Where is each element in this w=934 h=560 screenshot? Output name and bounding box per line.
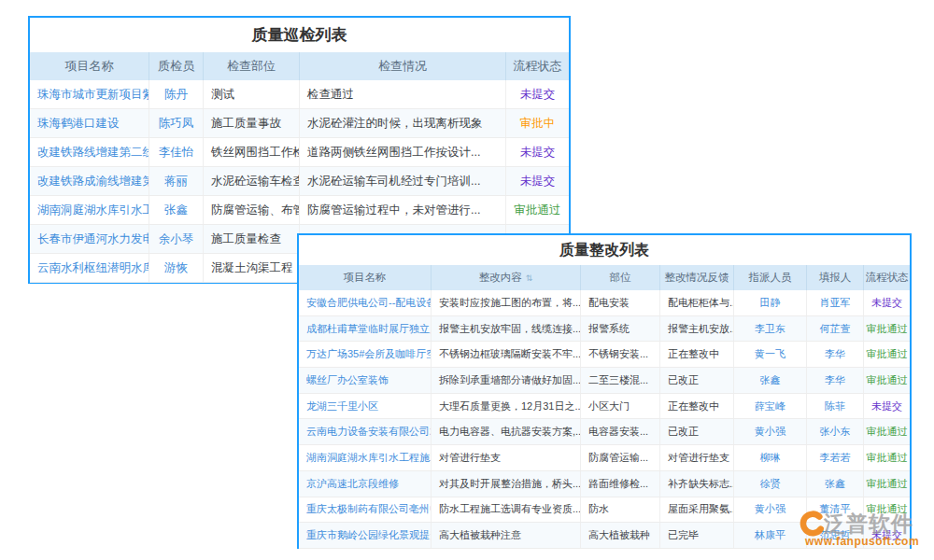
cell-part: 二至三楼混... — [581, 368, 660, 393]
cell-inspector[interactable]: 李佳怡 — [149, 138, 204, 166]
table-row: 改建铁路成渝线增建第...蒋丽水泥砼运输车检查水泥砼运输车司机经过专门培训...… — [30, 167, 569, 196]
table-row: 珠海市城市更新项目紫...陈丹测试检查通过未提交 — [30, 80, 569, 109]
table-row: 万达广场35#会所及咖啡厅空...不锈钢边框玻璃隔断安装不牢...不锈钢安装..… — [299, 342, 910, 368]
cell-content: 报警主机安放牢固，线缆连接... — [432, 316, 581, 342]
column-header-label: 质检员 — [158, 58, 194, 75]
cell-project[interactable]: 长春市伊通河水力发电... — [30, 225, 149, 253]
cell-feedback: 已改正 — [660, 368, 734, 393]
cell-assignee[interactable]: 李卫东 — [734, 316, 807, 342]
column-header-feedback: 整改情况反馈 — [660, 265, 734, 290]
cell-status: 审批通过 — [864, 471, 910, 497]
cell-situation: 水泥砼运输车司机经过专门培训... — [300, 167, 506, 195]
column-header-content[interactable]: 整改内容⇅ — [432, 265, 581, 290]
cell-inspector[interactable]: 陈丹 — [149, 80, 204, 108]
cell-part: 混凝土沟渠工程 — [204, 254, 300, 282]
table-row: 龙湖三千里小区大理石质量更换，12月31日之...小区大门正在整改中薛宝峰陈菲未… — [299, 394, 910, 420]
cell-project[interactable]: 珠海鹤港口建设 — [30, 109, 149, 137]
cell-reporter[interactable]: 何芷萱 — [807, 316, 864, 342]
sort-icon[interactable]: ⇅ — [526, 273, 533, 283]
cell-reporter[interactable]: 张小东 — [807, 419, 864, 444]
cell-status: 未提交 — [506, 167, 569, 195]
cell-project[interactable]: 云南电力设备安装有限公司20... — [299, 419, 432, 444]
cell-situation: 道路两侧铁丝网围挡工作按设计... — [300, 138, 506, 166]
cell-situation: 防腐管运输过程中，未对管进行... — [300, 196, 506, 224]
rectification-table-title: 质量整改列表 — [299, 235, 910, 265]
cell-inspector[interactable]: 张鑫 — [149, 196, 204, 224]
cell-feedback: 屋面采用聚氨... — [660, 497, 734, 523]
column-header-inspector: 质检员 — [149, 52, 204, 80]
column-header-label: 整改内容 — [479, 271, 522, 285]
cell-part: 高大植被栽种 — [581, 523, 660, 548]
cell-project[interactable]: 改建铁路线增建第二线... — [30, 138, 149, 166]
cell-feedback: 已完毕 — [660, 523, 734, 548]
cell-assignee[interactable]: 薛宝峰 — [734, 394, 807, 419]
table-row: 湖南洞庭湖水库引水工...张鑫防腐管运输、布管防腐管运输过程中，未对管进行...… — [30, 196, 569, 225]
cell-project[interactable]: 螺丝厂办公室装饰 — [299, 368, 432, 393]
cell-part: 铁丝网围挡工作检查 — [204, 138, 300, 166]
cell-reporter[interactable]: 李若若 — [807, 445, 864, 470]
column-header-reporter: 填报人 — [807, 265, 864, 290]
cell-project[interactable]: 成都杜甫草堂临时展厅独立展... — [299, 316, 432, 342]
cell-project[interactable]: 湖南洞庭湖水库引水工程施工I标 — [299, 445, 432, 470]
cell-situation: 水泥砼灌注的时候，出现离析现象 — [300, 109, 506, 137]
table-row: 成都杜甫草堂临时展厅独立展...报警主机安放牢固，线缆连接...报警系统报警主机… — [299, 316, 910, 343]
cell-situation: 检查通过 — [300, 80, 506, 108]
cell-status: 审批中 — [506, 109, 569, 137]
inspection-table-header: 项目名称质检员检查部位检查情况流程状态 — [30, 52, 569, 80]
cell-part: 防水 — [581, 497, 660, 523]
cell-part: 不锈钢安装... — [581, 342, 660, 367]
quality-rectification-panel: 质量整改列表 项目名称整改内容⇅部位整改情况反馈指派人员填报人流程状态 安徽合肥… — [297, 233, 912, 549]
cell-project[interactable]: 万达广场35#会所及咖啡厅空... — [299, 342, 432, 367]
cell-project[interactable]: 重庆市鹅岭公园绿化景观提升... — [299, 523, 432, 548]
cell-status: 审批通过 — [864, 445, 910, 470]
table-row: 改建铁路线增建第二线...李佳怡铁丝网围挡工作检查道路两侧铁丝网围挡工作按设计.… — [30, 138, 569, 167]
cell-feedback: 正在整改中 — [660, 342, 734, 367]
cell-content: 高大植被栽种注意 — [432, 523, 581, 548]
cell-project[interactable]: 湖南洞庭湖水库引水工... — [30, 196, 149, 224]
cell-inspector[interactable]: 余小琴 — [149, 225, 204, 253]
cell-inspector[interactable]: 游恢 — [149, 254, 204, 282]
column-header-label: 检查情况 — [378, 58, 427, 75]
fanpu-watermark: 泛普软件 www.fanpusoft.com — [798, 510, 934, 548]
cell-reporter[interactable]: 李华 — [807, 342, 864, 367]
cell-assignee[interactable]: 田静 — [734, 290, 807, 315]
cell-project[interactable]: 安徽合肥供电公司--配电设备... — [299, 290, 432, 315]
cell-inspector[interactable]: 陈巧凤 — [149, 109, 204, 137]
cell-feedback: 已改正 — [660, 419, 734, 444]
cell-content: 拆除到承重墙部分请做好加固... — [432, 368, 581, 393]
cell-reporter[interactable]: 李华 — [807, 368, 864, 393]
column-header-label: 整改情况反馈 — [665, 271, 729, 285]
cell-assignee[interactable]: 徐贤 — [734, 471, 807, 497]
cell-assignee[interactable]: 张鑫 — [734, 368, 807, 393]
cell-assignee[interactable]: 林康平 — [734, 523, 807, 548]
cell-status: 未提交 — [506, 138, 569, 166]
column-header-label: 填报人 — [819, 271, 852, 285]
cell-content: 对其及时开展整治措施，桥头... — [432, 471, 581, 497]
cell-content: 大理石质量更换，12月31日之... — [432, 394, 581, 419]
cell-status: 审批通过 — [864, 419, 910, 444]
cell-project[interactable]: 京沪高速北京段维修 — [299, 471, 432, 497]
cell-assignee[interactable]: 柳琳 — [734, 445, 807, 470]
cell-reporter[interactable]: 肖亚军 — [807, 290, 864, 315]
cell-project[interactable]: 重庆太极制药有限公司亳州中... — [299, 497, 432, 523]
cell-feedback: 正在整改中 — [660, 394, 734, 419]
cell-project[interactable]: 云南水利枢纽潜明水库... — [30, 254, 149, 282]
column-header-label: 指派人员 — [749, 271, 792, 285]
column-header-project: 项目名称 — [30, 52, 149, 80]
cell-reporter[interactable]: 陈菲 — [807, 394, 864, 419]
cell-part: 水泥砼运输车检查 — [204, 167, 300, 195]
cell-assignee[interactable]: 黄小强 — [734, 419, 807, 444]
cell-assignee[interactable]: 黄一飞 — [734, 342, 807, 367]
column-header-status: 流程状态 — [506, 52, 569, 80]
cell-assignee[interactable]: 黄小强 — [734, 497, 807, 523]
cell-inspector[interactable]: 蒋丽 — [149, 167, 204, 195]
column-header-project: 项目名称 — [299, 265, 432, 290]
cell-project[interactable]: 珠海市城市更新项目紫... — [30, 80, 149, 108]
table-row: 京沪高速北京段维修对其及时开展整治措施，桥头...路面维修检...补齐缺失标志.… — [299, 471, 910, 497]
column-header-label: 检查部位 — [227, 58, 276, 75]
cell-project[interactable]: 改建铁路成渝线增建第... — [30, 167, 149, 195]
table-row: 云南电力设备安装有限公司20...电力电容器、电抗器安装方案,...电容器安装.… — [299, 419, 910, 445]
cell-content: 防水工程施工选调有专业资质... — [432, 497, 581, 523]
cell-project[interactable]: 龙湖三千里小区 — [299, 394, 432, 419]
cell-reporter[interactable]: 张鑫 — [807, 471, 864, 497]
